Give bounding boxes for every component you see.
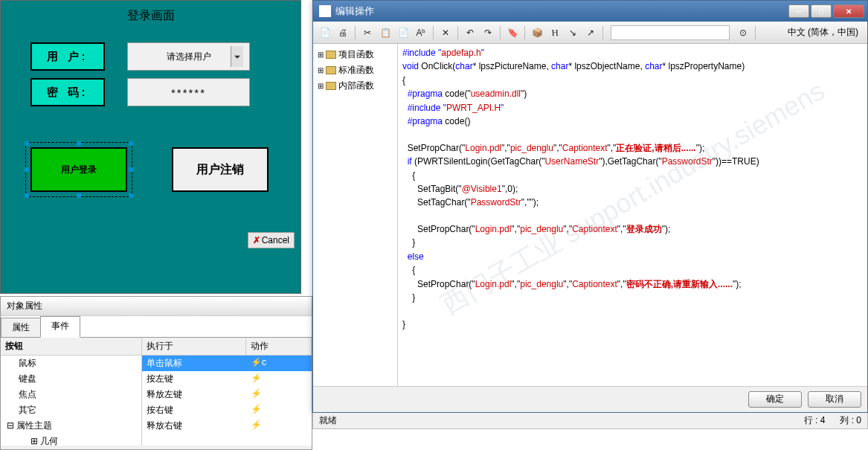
tabs: 属性 事件	[1, 316, 312, 338]
tree-item-geometry[interactable]: 几何	[1, 434, 141, 446]
user-select[interactable]: 请选择用户	[127, 42, 250, 71]
code-editor[interactable]: 西门子工业 support.industry.siemens#include "…	[398, 44, 867, 386]
bolt-icon: ⚡	[251, 388, 262, 399]
bookmark-icon[interactable]: 🔖	[505, 25, 520, 40]
bolt-icon: ⚡	[251, 357, 262, 367]
find-icon[interactable]: Aᵇ	[414, 25, 428, 40]
tree-item-other[interactable]: 其它	[1, 402, 141, 418]
bolt-icon: ⚡	[251, 373, 262, 383]
login-button-label: 用户登录	[61, 164, 97, 176]
paste-icon[interactable]: 📄	[396, 25, 411, 40]
cancel-button[interactable]: 取消	[808, 391, 861, 408]
status-line: 行 : 4	[804, 414, 826, 427]
col-action[interactable]: 动作	[246, 338, 312, 355]
undo-icon[interactable]: ↶	[463, 25, 478, 40]
maximize-button[interactable]: □	[811, 4, 832, 18]
search-icon[interactable]: ⊙	[736, 25, 750, 40]
list-row[interactable]: 释放右键⚡	[142, 418, 312, 434]
event-list: 执行于 动作 单击鼠标⚡c 按左键⚡ 释放左键⚡ 按右键⚡ 释放右键⚡	[142, 338, 312, 446]
search-input[interactable]	[611, 25, 730, 40]
language-selector[interactable]: 中文 (简体，中国)	[783, 26, 863, 39]
event-tree[interactable]: 按钮 鼠标 键盘 焦点 其它 属性主题 几何 颜色	[1, 338, 142, 446]
status-text: 就绪	[319, 414, 337, 427]
login-panel: 登录画面 用 户: 请选择用户 密 码: ****** 用户登录 用户注销 ✗ …	[0, 0, 301, 294]
list-row[interactable]: 单击鼠标⚡c	[142, 356, 312, 371]
bolt-icon: ⚡	[251, 404, 262, 414]
compass-icon[interactable]: Ⲏ	[547, 25, 562, 40]
folder-icon	[326, 82, 336, 90]
cut-icon[interactable]: ✂	[360, 25, 375, 40]
user-select-text: 请选择用户	[167, 51, 211, 63]
logout-button[interactable]: 用户注销	[172, 147, 269, 192]
function-tree[interactable]: 项目函数 标准函数 内部函数	[313, 44, 398, 386]
tree-item-keyboard[interactable]: 键盘	[1, 371, 141, 387]
tab-properties[interactable]: 属性	[1, 318, 41, 337]
ok-button[interactable]: 确定	[748, 391, 802, 408]
login-title: 登录画面	[1, 1, 300, 35]
print-icon[interactable]: 🖨	[335, 25, 350, 40]
password-label: 密 码:	[30, 78, 105, 106]
user-label: 用 户:	[30, 42, 105, 71]
bolt-icon: ⚡	[251, 420, 262, 430]
tree-standard-functions[interactable]: 标准函数	[315, 62, 396, 78]
folder-icon	[326, 51, 336, 59]
export-icon[interactable]: ↗	[583, 25, 598, 40]
list-row[interactable]: 按右键⚡	[142, 402, 312, 418]
import-icon[interactable]: ↘	[565, 25, 580, 40]
col-execute[interactable]: 执行于	[142, 338, 246, 355]
properties-panel: 对象属性 属性 事件 按钮 鼠标 键盘 焦点 其它 属性主题 几何 颜色 执行于…	[0, 296, 312, 450]
list-row[interactable]: 按左键⚡	[142, 371, 312, 387]
tree-internal-functions[interactable]: 内部函数	[315, 78, 396, 94]
tree-item-topics[interactable]: 属性主题	[1, 418, 141, 434]
app-icon	[319, 5, 331, 17]
properties-title: 对象属性	[1, 297, 312, 316]
editor-window: 编辑操作 ─ □ ✕ 📄 🖨 ✂ 📋 📄 Aᵇ ✕ ↶ ↷ 🔖 📦 Ⲏ ↘ ↗ …	[312, 0, 868, 413]
dialog-footer: 确定 取消	[313, 386, 867, 411]
cancel-button-label: Cancel	[262, 235, 289, 245]
delete-icon[interactable]: ✕	[438, 25, 453, 40]
titlebar[interactable]: 编辑操作 ─ □ ✕	[313, 1, 867, 22]
window-title: 编辑操作	[335, 4, 788, 18]
box-icon[interactable]: 📦	[530, 25, 544, 40]
copy-icon[interactable]: 📋	[378, 25, 393, 40]
list-row[interactable]: 释放左键⚡	[142, 387, 312, 402]
close-icon: ✗	[253, 235, 260, 245]
cancel-button[interactable]: ✗ Cancel	[248, 232, 295, 248]
close-button[interactable]: ✕	[833, 4, 864, 18]
tree-project-functions[interactable]: 项目函数	[315, 47, 396, 62]
tree-header: 按钮	[1, 338, 141, 356]
status-col: 列 : 0	[840, 414, 861, 427]
tree-item-focus[interactable]: 焦点	[1, 387, 141, 402]
tree-item-mouse[interactable]: 鼠标	[1, 356, 141, 371]
login-button[interactable]: 用户登录	[30, 147, 127, 192]
chevron-down-icon	[234, 56, 240, 59]
password-input[interactable]: ******	[127, 78, 250, 106]
redo-icon[interactable]: ↷	[480, 25, 495, 40]
minimize-button[interactable]: ─	[788, 4, 809, 18]
toolbar: 📄 🖨 ✂ 📋 📄 Aᵇ ✕ ↶ ↷ 🔖 📦 Ⲏ ↘ ↗ ⊙ 中文 (简体，中国…	[313, 22, 867, 44]
folder-icon	[326, 66, 336, 74]
tab-events[interactable]: 事件	[40, 316, 80, 338]
statusbar: 就绪 行 : 4 列 : 0	[312, 413, 868, 429]
compile-icon[interactable]: 📄	[318, 25, 332, 40]
